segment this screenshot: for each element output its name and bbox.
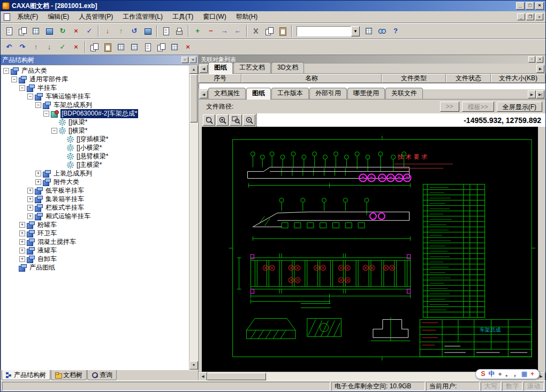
left-tab-1[interactable]: 文档树 bbox=[51, 370, 87, 380]
zoom-window-icon[interactable] bbox=[230, 114, 242, 126]
print-button[interactable] bbox=[173, 25, 186, 37]
batch-edit-button[interactable] bbox=[115, 41, 127, 53]
input-mode-chinese-icon[interactable]: 中 bbox=[488, 370, 495, 379]
tree-expander-icon[interactable]: − bbox=[3, 68, 9, 74]
detail-tab-2[interactable]: 工作版本 bbox=[271, 88, 309, 99]
detail-tab-0[interactable]: 文档属性 bbox=[208, 88, 246, 99]
tree-expander-icon[interactable]: − bbox=[19, 85, 25, 91]
get-version-button[interactable] bbox=[141, 25, 154, 37]
tree-item[interactable]: +集装箱半挂车 bbox=[1, 195, 189, 203]
left-tab-0[interactable]: 产品结构树 bbox=[2, 370, 50, 380]
detail-tab-4[interactable]: 哪里使用 bbox=[347, 88, 385, 99]
tree-expander-icon[interactable]: − bbox=[11, 76, 17, 82]
tree-expander-icon[interactable]: − bbox=[43, 111, 49, 117]
menu-item-4[interactable]: 工具(T) bbox=[168, 11, 198, 22]
tree-item[interactable]: +上装总成系列 bbox=[1, 169, 189, 178]
table-view-button[interactable] bbox=[168, 41, 181, 53]
drawing-viewport[interactable]: 技术要求 bbox=[202, 127, 538, 372]
search-combo-input[interactable] bbox=[297, 26, 351, 36]
close-icon[interactable]: × bbox=[535, 2, 544, 10]
tree-vertical-scrollbar[interactable]: ▲ ▼ bbox=[189, 65, 198, 370]
tree-item[interactable]: −车辆运输半挂车 bbox=[1, 92, 189, 101]
pan-icon[interactable] bbox=[203, 114, 215, 126]
tree-expander-icon[interactable]: + bbox=[35, 179, 41, 185]
document-list-button[interactable] bbox=[29, 25, 42, 37]
detail-tabs-scroll-end-icon[interactable]: ▶| bbox=[536, 90, 544, 98]
tree-item[interactable]: 产品图纸 bbox=[1, 263, 189, 272]
tree-item[interactable]: []穿插横梁* bbox=[1, 135, 189, 143]
tree-item[interactable]: +环卫车 bbox=[1, 229, 189, 237]
compare-versions-button[interactable] bbox=[155, 41, 168, 53]
cut-button[interactable] bbox=[249, 25, 262, 37]
scroll-left-icon[interactable]: ◀ bbox=[199, 372, 207, 381]
tree-item[interactable]: +栏板式半挂车 bbox=[1, 203, 189, 212]
close-panel-icon[interactable]: × bbox=[536, 56, 543, 63]
tree-item[interactable]: +低平板半挂车 bbox=[1, 186, 189, 195]
column-header-0[interactable]: 序号 bbox=[199, 74, 241, 83]
soft-keyboard-icon[interactable]: ▦ bbox=[521, 370, 527, 379]
tree-expander-icon[interactable]: + bbox=[27, 188, 33, 194]
doc-tab-1[interactable]: 工艺文档 bbox=[233, 62, 271, 73]
mdi-minimize-icon[interactable]: _ bbox=[517, 13, 525, 20]
tree-item[interactable]: +附件大类 bbox=[1, 178, 189, 186]
delete-button[interactable] bbox=[70, 25, 82, 37]
add-file-button[interactable] bbox=[191, 25, 204, 37]
report-button[interactable] bbox=[141, 41, 154, 53]
fullscreen-button[interactable]: 全屏显示(F) bbox=[497, 102, 542, 112]
tree-expander-icon[interactable]: + bbox=[19, 256, 25, 262]
check-in-button[interactable] bbox=[115, 25, 127, 37]
tree-item[interactable]: −产品大类 bbox=[1, 66, 189, 75]
copy-button[interactable] bbox=[263, 25, 276, 37]
expand-button[interactable]: >> bbox=[440, 102, 459, 112]
scroll-down-icon[interactable]: ▼ bbox=[189, 361, 198, 370]
zoom-all-icon[interactable] bbox=[243, 114, 255, 126]
tree-expander-icon[interactable]: − bbox=[27, 94, 33, 99]
redo-button[interactable] bbox=[16, 41, 29, 53]
approve-button[interactable] bbox=[56, 41, 69, 53]
browse-document-button[interactable] bbox=[3, 25, 16, 37]
maximize-icon[interactable]: □ bbox=[526, 2, 534, 10]
menu-item-5[interactable]: 窗口(W) bbox=[198, 11, 231, 22]
refresh-button[interactable] bbox=[56, 25, 69, 37]
tree-expander-icon[interactable]: + bbox=[27, 205, 33, 211]
doc-tab-2[interactable]: 3D文档 bbox=[271, 62, 304, 73]
move-up-button[interactable] bbox=[29, 41, 42, 53]
minimize-icon[interactable]: _ bbox=[516, 2, 525, 10]
advanced-search-button[interactable] bbox=[362, 25, 375, 37]
scroll-thumb[interactable] bbox=[190, 74, 198, 122]
tabs-scroll-right-icon[interactable]: ▶ bbox=[536, 65, 544, 73]
zoom-dynamic-icon[interactable] bbox=[216, 114, 229, 126]
detail-tab-1[interactable]: 图纸 bbox=[246, 88, 271, 99]
tree-item[interactable]: −[BDP063000#-2]车架总成* bbox=[1, 109, 189, 118]
doc-tab-0[interactable]: 图纸 bbox=[208, 62, 233, 74]
tree-item[interactable]: []悬臂横梁* bbox=[1, 152, 189, 160]
tree-item[interactable]: −通用零部件库 bbox=[1, 75, 189, 83]
detail-tab-5[interactable]: 关联文件 bbox=[385, 88, 423, 99]
tree-expander-icon[interactable]: + bbox=[27, 213, 33, 219]
import-file-button[interactable] bbox=[218, 25, 231, 37]
undo-check-out-button[interactable] bbox=[128, 25, 141, 37]
remove-file-button[interactable] bbox=[204, 25, 217, 37]
column-header-1[interactable]: 名称 bbox=[241, 74, 382, 83]
tree-item[interactable]: −车架总成系列 bbox=[1, 101, 189, 109]
fullwidth-toggle-icon[interactable]: ● bbox=[498, 370, 502, 379]
pin-icon[interactable]: ▫ bbox=[528, 56, 535, 63]
tree-item[interactable]: +粉罐车 bbox=[1, 220, 189, 229]
detail-tabs-scroll-right-icon[interactable]: ▶ bbox=[528, 90, 536, 98]
mdi-close-icon[interactable]: × bbox=[535, 13, 543, 20]
ime-toolbar[interactable]: S中●。，▦+ bbox=[475, 369, 540, 379]
mdi-document-icon[interactable] bbox=[4, 13, 10, 21]
tree-expander-icon[interactable]: + bbox=[19, 239, 25, 245]
close-panel-icon[interactable]: × bbox=[189, 57, 196, 63]
paste-structure-button[interactable] bbox=[101, 41, 114, 53]
tree-item[interactable]: +混凝土搅拌车 bbox=[1, 237, 189, 246]
tree-expander-icon[interactable]: + bbox=[35, 171, 41, 176]
menu-item-2[interactable]: 人员管理(P) bbox=[74, 11, 118, 22]
menu-item-3[interactable]: 工作流管理(L) bbox=[118, 11, 168, 22]
batch-import-button[interactable] bbox=[128, 41, 141, 53]
tree-item[interactable]: +厢式运输半挂车 bbox=[1, 212, 189, 220]
tree-expander-icon[interactable]: + bbox=[19, 248, 25, 253]
tree-expander-icon[interactable]: − bbox=[35, 102, 41, 108]
preview-button[interactable] bbox=[160, 25, 172, 37]
tree-expander-icon[interactable]: + bbox=[19, 222, 25, 228]
